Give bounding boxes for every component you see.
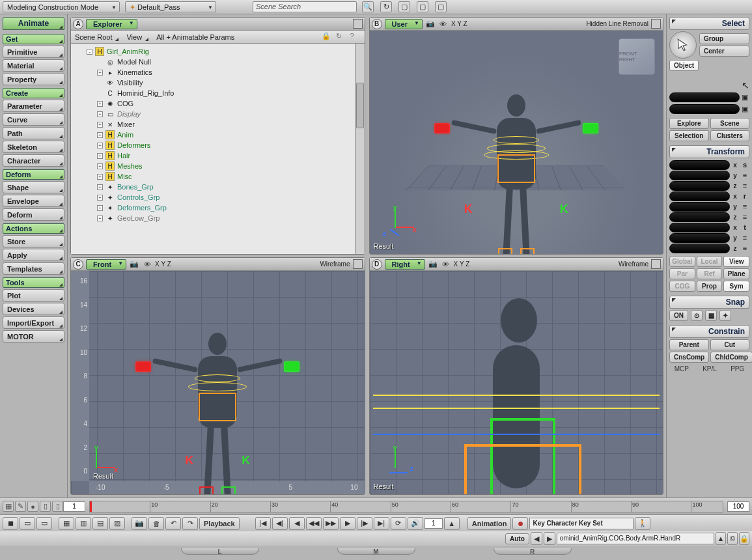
shape-button[interactable]: Shape	[3, 181, 64, 193]
selection-button[interactable]: Selection	[669, 130, 709, 141]
axis-label-y[interactable]: y	[732, 172, 738, 179]
srt-label-r[interactable]: r	[740, 192, 749, 200]
scrollbar[interactable]	[355, 44, 365, 254]
axis-label-x[interactable]: x	[732, 193, 738, 200]
play-prev-key-icon[interactable]: ◀|	[272, 517, 288, 530]
camera-icon[interactable]: 📷	[425, 19, 436, 29]
character-button[interactable]: Character	[3, 154, 64, 167]
viewport-badge-d[interactable]: D	[372, 259, 382, 270]
construction-mode-dropdown[interactable]: Modeling Construction Mode	[3, 1, 120, 12]
maximize-icon[interactable]	[651, 19, 661, 29]
arrow-icon[interactable]: ↖	[742, 80, 749, 91]
store-button[interactable]: Store	[3, 235, 64, 247]
xform-s-z-field[interactable]	[669, 181, 730, 191]
pb-layout-3[interactable]: ▤	[92, 517, 108, 530]
expander-icon[interactable]: +	[97, 184, 103, 190]
pb-range-2[interactable]: ▭	[36, 517, 52, 530]
expander-icon[interactable]: +	[97, 101, 103, 107]
playback-menu[interactable]: Playback	[199, 517, 240, 530]
xform-r-z-field[interactable]	[669, 212, 730, 222]
play-first-icon[interactable]: |◀	[255, 517, 271, 530]
tree-item[interactable]: +HDeformers	[72, 140, 363, 150]
group-button[interactable]: Group	[699, 33, 749, 44]
tree-item[interactable]: +✦Controls_Grp	[72, 192, 363, 203]
menu-view[interactable]: View	[126, 33, 148, 41]
viewport-badge-c[interactable]: C	[73, 259, 83, 270]
maximize-icon[interactable]	[651, 259, 661, 269]
camera-icon[interactable]: 📷	[428, 259, 438, 270]
path-button[interactable]: Path	[3, 127, 64, 139]
tree-item[interactable]: +✦Bones_Grp	[72, 182, 363, 192]
snap-opt-3[interactable]: ✦	[719, 310, 731, 321]
skeleton-button[interactable]: Skeleton	[3, 141, 64, 153]
eye-icon[interactable]: 👁	[142, 259, 152, 270]
axis-label-x[interactable]: x	[732, 224, 738, 231]
play-last-icon[interactable]: ▶|	[374, 517, 389, 530]
clusters-button[interactable]: Clusters	[710, 130, 750, 141]
loop-icon[interactable]: ⟳	[391, 517, 406, 530]
templates-button[interactable]: Templates	[3, 262, 64, 275]
xform-r-y-field[interactable]	[669, 202, 730, 212]
footer-m[interactable]: M	[337, 548, 415, 555]
timeline-cursor[interactable]	[90, 501, 92, 512]
snap-on-button[interactable]: ON	[669, 310, 688, 321]
axis-label-x[interactable]: x	[732, 161, 738, 169]
timeline-track[interactable]: 102030405060708090100	[89, 501, 723, 512]
viewport-right[interactable]: yz Result	[370, 271, 663, 494]
material-button[interactable]: Material	[3, 59, 64, 72]
toolbar-icon-1[interactable]: ▢	[398, 1, 410, 12]
key-icon[interactable]: ●	[512, 517, 528, 530]
anim-path-field[interactable]: ominid_AnimRig.COG.Body.ArmR.HandR	[557, 533, 714, 544]
link-icon[interactable]: ≡	[740, 213, 749, 221]
xyz-label[interactable]: X Y Z	[451, 20, 467, 27]
pb-trash-icon[interactable]: 🗑	[148, 517, 164, 530]
expander-icon[interactable]: +	[97, 216, 103, 221]
help-icon[interactable]: ?	[350, 32, 361, 42]
xyz-label[interactable]: X Y Z	[155, 260, 171, 268]
xyz-label[interactable]: X Y Z	[454, 260, 470, 268]
current-frame-field[interactable]	[425, 518, 443, 529]
xform-t-x-field[interactable]	[669, 223, 730, 232]
xform-r-x-field[interactable]	[669, 191, 730, 201]
next-key-small-icon[interactable]: ▶	[544, 532, 555, 545]
step-up-icon[interactable]: ▲	[444, 517, 460, 530]
tree-item[interactable]: +HMeshes	[72, 161, 363, 171]
axis-label-y[interactable]: y	[732, 234, 738, 242]
ppg-label[interactable]: PPG	[731, 365, 744, 372]
tree-item[interactable]: +▸Kinematics	[72, 67, 363, 77]
display-mode-d[interactable]: Wireframe	[619, 260, 648, 268]
eye-icon[interactable]: 👁	[441, 259, 451, 270]
footer-l[interactable]: L	[181, 548, 259, 555]
character-icon[interactable]: 🚶	[635, 517, 650, 530]
sel-field-1[interactable]	[669, 92, 740, 102]
viewport-badge-b[interactable]: B	[372, 19, 382, 29]
pass-dropdown[interactable]: ✦ Default_Pass	[125, 1, 216, 12]
link-icon[interactable]: ≡	[740, 203, 749, 210]
pb-undo-icon[interactable]: ↶	[165, 517, 181, 530]
curve-button[interactable]: Curve	[3, 113, 64, 126]
mode-local-button[interactable]: Local	[697, 256, 723, 267]
link-icon[interactable]: ≡	[740, 171, 749, 179]
scene-button[interactable]: Scene	[710, 118, 750, 129]
expander-icon[interactable]: +	[97, 122, 103, 128]
mode-sym-button[interactable]: Sym	[723, 281, 749, 292]
expander-icon[interactable]: +	[97, 132, 103, 138]
play-forward-icon[interactable]: ▶▶	[323, 517, 339, 530]
snap-opt-1[interactable]: ⊙	[691, 310, 703, 321]
timeline-start-field[interactable]	[63, 501, 85, 512]
search-icon[interactable]: 🔍	[362, 1, 374, 12]
mode-ref-button[interactable]: Ref	[697, 268, 723, 279]
srt-label-s[interactable]: s	[740, 161, 749, 169]
explorer-tree[interactable]: -HGirl_AnimRig◎Model Null+▸Kinematics👁Vi…	[71, 44, 365, 254]
view-type-dropdown-d[interactable]: Right	[385, 259, 425, 270]
parameter-button[interactable]: Parameter	[3, 100, 64, 112]
property-button[interactable]: Property	[3, 73, 64, 85]
tree-item[interactable]: +HAnim	[72, 130, 363, 140]
mode-par-button[interactable]: Par	[669, 268, 695, 279]
scene-search-input[interactable]: Scene Search	[253, 1, 357, 12]
mode-prop-button[interactable]: Prop	[697, 281, 723, 292]
axis-label-z[interactable]: z	[732, 182, 738, 189]
timeline-icon-4[interactable]: ▯	[40, 501, 51, 512]
maximize-icon[interactable]	[353, 259, 363, 269]
lock-icon[interactable]: 🔒	[322, 32, 332, 42]
